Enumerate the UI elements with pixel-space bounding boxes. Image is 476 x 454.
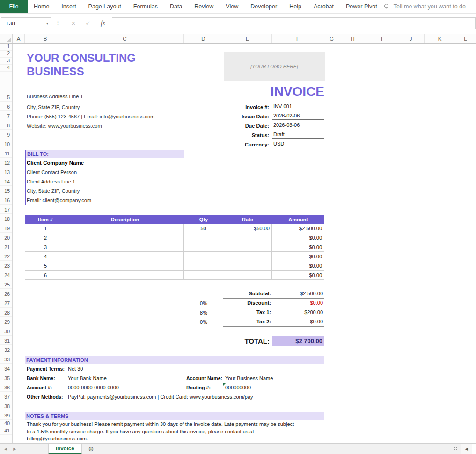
bill-to-line[interactable]: City, State ZIP, Country: [27, 186, 184, 196]
totals-value-cell[interactable]: $2 500.00: [272, 289, 324, 298]
column-header[interactable]: J: [397, 34, 425, 43]
bill-to-line[interactable]: Client Contact Person: [27, 168, 184, 177]
row-header[interactable]: 7: [0, 111, 12, 120]
row-header[interactable]: 4: [0, 65, 12, 72]
row-header[interactable]: 37: [0, 392, 12, 401]
row-header[interactable]: 20: [0, 233, 12, 242]
items-table-header-cell[interactable]: Item #: [25, 215, 66, 224]
tab-splitter-grip[interactable]: [454, 447, 455, 448]
invoice-meta-value[interactable]: Draft: [272, 131, 324, 139]
company-name[interactable]: YOUR CONSULTING BUSINESS: [27, 51, 136, 78]
item-number-cell[interactable]: 4: [25, 252, 66, 261]
payment-left-value[interactable]: Net 30: [68, 364, 83, 373]
row-header[interactable]: 33: [0, 354, 12, 364]
column-header[interactable]: D: [184, 34, 223, 43]
payment-right-value[interactable]: Your Business Name: [225, 373, 273, 383]
file-tab[interactable]: File: [0, 0, 28, 13]
invoice-meta-value[interactable]: 2026-02-06: [272, 112, 324, 120]
row-header[interactable]: 27: [0, 298, 12, 308]
row-header[interactable]: 17: [0, 205, 12, 214]
row-header[interactable]: 1: [0, 44, 12, 51]
column-header[interactable]: H: [339, 34, 366, 43]
ribbon-tab[interactable]: Review: [188, 0, 220, 13]
totals-percent-cell[interactable]: 0%: [184, 299, 223, 308]
business-address-line[interactable]: Phone: (555) 123-4567 | Email: info@your…: [27, 112, 154, 121]
row-header[interactable]: 38: [0, 401, 12, 410]
item-rate-cell[interactable]: [223, 271, 272, 280]
payment-left-value[interactable]: 0000-0000-0000-0000: [68, 383, 119, 392]
item-number-cell[interactable]: 2: [25, 233, 66, 242]
bill-to-line[interactable]: Email: client@company.com: [27, 196, 184, 205]
invoice-meta-value[interactable]: 2026-03-06: [272, 122, 324, 129]
column-header[interactable]: K: [425, 34, 455, 43]
row-header[interactable]: 19: [0, 223, 12, 233]
row-header[interactable]: 6: [0, 102, 12, 111]
bill-to-line[interactable]: Client Address Line 1: [27, 177, 184, 186]
item-amount-cell[interactable]: $0.00: [272, 242, 324, 252]
ribbon-tab[interactable]: Data: [164, 0, 188, 13]
item-amount-cell[interactable]: $0.00: [272, 233, 324, 242]
item-qty-cell[interactable]: [184, 233, 223, 242]
row-header[interactable]: 40: [0, 420, 12, 427]
row-header[interactable]: 41: [0, 427, 12, 435]
totals-value-cell[interactable]: $0.00: [272, 299, 324, 308]
item-rate-cell[interactable]: [223, 242, 272, 252]
column-header[interactable]: B: [25, 34, 66, 43]
item-number-cell[interactable]: 3: [25, 242, 66, 252]
row-header[interactable]: 36: [0, 382, 12, 392]
ribbon-tab[interactable]: Formulas: [127, 0, 164, 13]
item-description-cell[interactable]: [66, 261, 184, 271]
ribbon-tab[interactable]: Home: [28, 0, 55, 13]
row-header[interactable]: 2: [0, 51, 12, 58]
item-qty-cell[interactable]: 50: [184, 224, 223, 233]
item-amount-cell[interactable]: $0.00: [272, 271, 324, 280]
notes-line[interactable]: to a 1.5% monthly service charge. If you…: [27, 428, 294, 436]
item-rate-cell[interactable]: [223, 261, 272, 271]
ribbon-tab[interactable]: Page Layout: [82, 0, 127, 13]
row-header[interactable]: 15: [0, 186, 12, 195]
item-number-cell[interactable]: 5: [25, 261, 66, 271]
item-number-cell[interactable]: 6: [25, 271, 66, 280]
column-header[interactable]: A: [13, 34, 25, 43]
item-amount-cell[interactable]: $0.00: [272, 252, 324, 261]
item-qty-cell[interactable]: [184, 242, 223, 252]
notes-line[interactable]: billing@yourbusiness.com.: [27, 435, 294, 443]
row-header[interactable]: 5: [0, 72, 12, 102]
column-header[interactable]: E: [223, 34, 272, 43]
invoice-meta-value[interactable]: INV-001: [272, 103, 324, 110]
column-header[interactable]: F: [272, 34, 324, 43]
item-amount-cell[interactable]: $0.00: [272, 261, 324, 271]
totals-value-cell[interactable]: $200.00: [272, 308, 324, 317]
item-rate-cell[interactable]: [223, 252, 272, 261]
row-header[interactable]: 32: [0, 345, 12, 354]
logo-placeholder[interactable]: [YOUR LOGO HERE]: [224, 52, 325, 81]
row-header[interactable]: 25: [0, 279, 12, 289]
payment-left-value[interactable]: Your Bank Name: [68, 373, 107, 383]
item-qty-cell[interactable]: [184, 252, 223, 261]
sheet-nav-right-icon[interactable]: ▶: [13, 447, 16, 451]
payment-left-value[interactable]: PayPal: payments@yourbusiness.com | Cred…: [68, 392, 253, 402]
business-address-line[interactable]: Website: www.yourbusiness.com: [27, 121, 154, 131]
item-rate-cell[interactable]: $50.00: [223, 224, 272, 233]
row-header[interactable]: 18: [0, 214, 12, 223]
name-box-dropdown-icon[interactable]: ▾: [46, 22, 48, 26]
item-qty-cell[interactable]: [184, 271, 223, 280]
select-all-corner[interactable]: [0, 34, 13, 43]
items-table-header-cell[interactable]: Description: [66, 215, 184, 224]
row-header[interactable]: 23: [0, 261, 12, 270]
totals-percent-cell[interactable]: [184, 289, 223, 299]
row-header[interactable]: 29: [0, 317, 12, 326]
sheet-nav-left-icon[interactable]: ◀: [4, 447, 7, 451]
row-header[interactable]: 28: [0, 308, 12, 317]
item-description-cell[interactable]: [66, 242, 184, 252]
insert-function-icon[interactable]: fx: [96, 17, 110, 29]
ribbon-tab[interactable]: Power Pivot: [340, 0, 383, 13]
item-rate-cell[interactable]: [223, 233, 272, 242]
row-header[interactable]: 35: [0, 373, 12, 382]
invoice-meta-value[interactable]: USD: [272, 140, 324, 148]
row-header[interactable]: 34: [0, 364, 12, 373]
row-header[interactable]: 12: [0, 158, 12, 167]
item-number-cell[interactable]: 1: [25, 224, 66, 233]
hscroll-left-icon[interactable]: ◀: [461, 444, 472, 454]
column-header[interactable]: C: [66, 34, 184, 43]
